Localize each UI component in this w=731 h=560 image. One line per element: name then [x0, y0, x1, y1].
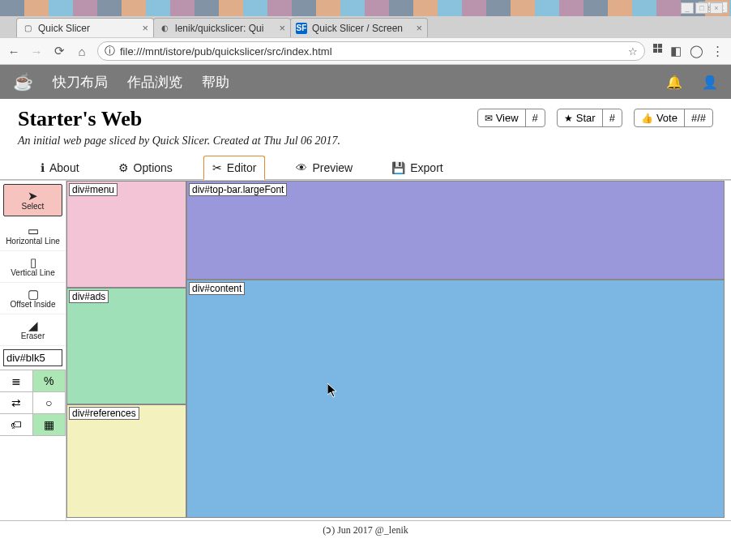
forward-icon[interactable]: →	[29, 45, 44, 58]
star-pill[interactable]: ★Star #	[557, 109, 622, 127]
region-content[interactable]: div#content	[186, 280, 725, 518]
tab-close-icon[interactable]: ×	[142, 22, 148, 34]
menu-dots-icon[interactable]: ⋮	[712, 44, 725, 58]
page-header: Starter's Web An initial web page sliced…	[0, 99, 731, 154]
layout-canvas[interactable]: div#menu div#ads div#references div#top-…	[66, 181, 731, 520]
region-tag: div#menu	[69, 183, 118, 196]
region-tag: div#top-bar.largeFont	[189, 183, 287, 196]
tab-about[interactable]: ℹAbout	[32, 156, 88, 179]
browser-tab-title: lenik/quickslicer: Qui	[175, 23, 274, 34]
page-favicon-icon: ▢	[22, 23, 33, 34]
star-label: Star	[576, 112, 596, 124]
app-navbar: ☕ 快刀布局 作品浏览 帮助 🔔 👤	[0, 65, 731, 99]
crop-icon: ✂	[212, 161, 222, 174]
selector-input[interactable]	[3, 349, 62, 366]
nav-item-works[interactable]: 作品浏览	[127, 73, 182, 92]
region-references[interactable]: div#references	[66, 404, 186, 518]
tool-select[interactable]: ➤ Select	[3, 184, 62, 216]
app-logo-icon[interactable]: ☕	[13, 72, 33, 92]
back-icon[interactable]: ←	[6, 45, 21, 58]
desktop-background: Lenik _ □ ×	[0, 0, 731, 16]
github-favicon-icon: ◐	[159, 23, 170, 34]
editor-area: ➤ Select ▭ Horizontal Line ▯ Vertical Li…	[0, 180, 731, 520]
os-close-icon[interactable]: ×	[710, 2, 723, 14]
info-icon[interactable]: ⓘ	[105, 44, 115, 58]
region-tag: div#ads	[69, 290, 109, 303]
bell-icon[interactable]: 🔔	[666, 75, 682, 90]
region-ads[interactable]: div#ads	[66, 288, 186, 404]
tab-close-icon[interactable]: ×	[416, 22, 422, 34]
home-icon[interactable]: ⌂	[75, 45, 89, 58]
os-max-icon[interactable]: □	[695, 2, 708, 14]
url-field[interactable]: ⓘ file:///mnt/istore/pub/quickslicer/src…	[97, 41, 645, 61]
qr-icon[interactable]	[653, 44, 662, 58]
reload-icon[interactable]: ⟳	[52, 44, 66, 58]
tool-column: ➤ Select ▭ Horizontal Line ▯ Vertical Li…	[0, 181, 66, 520]
cursor-icon: ➤	[6, 190, 60, 202]
extension-icon[interactable]: ◧	[670, 44, 682, 58]
view-pill[interactable]: ✉View #	[477, 109, 545, 127]
browser-tab[interactable]: ◐ lenik/quickslicer: Qui ×	[153, 18, 291, 37]
mini-tool-list-icon[interactable]: ≣	[0, 370, 33, 392]
browser-tab[interactable]: SF Quick Slicer / Screen ×	[290, 18, 428, 37]
profile-icon[interactable]: ◯	[690, 44, 703, 58]
mini-tool-swap-icon[interactable]: ⇄	[0, 391, 33, 414]
star-icon: ★	[564, 113, 573, 124]
os-min-icon[interactable]: _	[681, 2, 694, 14]
nav-item-layout[interactable]: 快刀布局	[53, 73, 108, 92]
footer-text: (ɔ) Jun 2017 @_lenik	[323, 524, 408, 536]
region-tag: div#content	[189, 282, 245, 295]
mini-tool-percent-icon[interactable]: %	[32, 370, 66, 392]
hline-icon: ▭	[2, 224, 64, 237]
mini-tool-circle-icon[interactable]: ○	[32, 391, 66, 414]
mini-tool-grid: ≣ % ⇄ ○ 🏷 ▦	[0, 370, 66, 436]
browser-tab-title: Quick Slicer / Screen	[312, 23, 411, 34]
region-tag: div#references	[69, 407, 139, 420]
tab-options[interactable]: ⚙Options	[110, 156, 181, 179]
tab-export[interactable]: 💾Export	[383, 156, 451, 179]
thumbs-up-icon: 👍	[641, 113, 653, 124]
tab-editor[interactable]: ✂Editor	[203, 156, 266, 180]
view-count: #	[525, 109, 545, 126]
offset-icon: ▢	[2, 288, 64, 300]
url-text: file:///mnt/istore/pub/quickslicer/src/i…	[120, 45, 332, 58]
vote-pill[interactable]: 👍Vote #/#	[634, 109, 713, 127]
page-title: Starter's Web	[18, 107, 340, 131]
tab-close-icon[interactable]: ×	[279, 22, 285, 34]
tool-eraser[interactable]: ◢ Eraser	[0, 314, 66, 346]
region-top-bar[interactable]: div#top-bar.largeFont	[186, 181, 725, 280]
envelope-icon: ✉	[485, 113, 493, 124]
mini-tool-grid-icon[interactable]: ▦	[32, 413, 66, 436]
browser-toolbar: ← → ⟳ ⌂ ⓘ file:///mnt/istore/pub/quicksl…	[0, 37, 731, 65]
vline-icon: ▯	[2, 256, 64, 268]
eraser-icon: ◢	[2, 319, 64, 331]
vote-label: Vote	[656, 112, 678, 124]
browser-tab-title: Quick Slicer	[38, 23, 137, 34]
page-footer: (ɔ) Jun 2017 @_lenik	[0, 520, 731, 540]
gear-icon: ⚙	[118, 161, 129, 174]
browser-tab[interactable]: ▢ Quick Slicer ×	[16, 18, 154, 37]
star-count: #	[602, 109, 622, 126]
nav-item-help[interactable]: 帮助	[202, 73, 229, 92]
vote-count: #/#	[684, 109, 712, 126]
user-icon[interactable]: 👤	[702, 75, 718, 90]
save-icon: 💾	[391, 161, 405, 174]
tab-preview[interactable]: 👁Preview	[288, 156, 361, 179]
bookmark-star-icon[interactable]: ☆	[628, 45, 638, 58]
tool-vertical-line[interactable]: ▯ Vertical Line	[0, 251, 66, 283]
view-label: View	[496, 112, 519, 124]
region-menu[interactable]: div#menu	[66, 181, 186, 288]
mini-tool-tag-icon[interactable]: 🏷	[0, 413, 33, 436]
browser-tab-bar: ▢ Quick Slicer × ◐ lenik/quickslicer: Qu…	[0, 16, 731, 37]
tool-offset-inside[interactable]: ▢ Offset Inside	[0, 283, 66, 314]
page-subtitle: An initial web page sliced by Quick Slic…	[18, 135, 340, 147]
info-icon: ℹ	[41, 161, 45, 174]
sf-favicon-icon: SF	[296, 23, 307, 34]
os-window-controls: _ □ ×	[681, 2, 723, 14]
section-tabs: ℹAbout ⚙Options ✂Editor 👁Preview 💾Export	[0, 154, 731, 180]
eye-icon: 👁	[296, 161, 307, 174]
tool-horizontal-line[interactable]: ▭ Horizontal Line	[0, 220, 66, 251]
